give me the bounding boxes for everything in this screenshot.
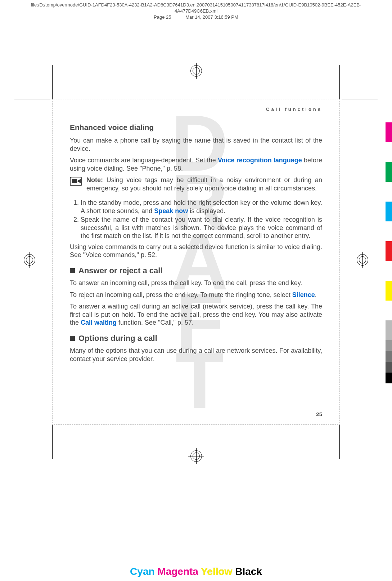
cmyk-footer: Cyan Magenta Yellow Black [0,566,392,577]
heading-answer-reject: Answer or reject a call [70,266,322,276]
crop-mark [339,65,340,99]
page-number: 25 [316,411,322,417]
registration-mark-icon [355,252,370,268]
heading-options-during-call: Options during a call [70,333,322,343]
list-item: Speak the name of the contact you want t… [81,216,322,240]
render-timestamp: Mar 14, 2007 3:16:59 PM [185,14,238,20]
square-bullet-icon [70,336,75,341]
cyan-label: Cyan [130,566,154,577]
list-item: In the standby mode, press and hold the … [81,199,322,215]
running-header: Call functions [70,107,322,112]
body-text: To answer an incoming call, press the ca… [70,279,322,287]
registration-mark-icon [188,448,204,464]
crop-mark [339,425,340,459]
black-label: Black [235,566,262,577]
body-text: You can make a phone call by saying the … [70,136,322,153]
yellow-label: Yellow [201,566,232,577]
numbered-steps: In the standby mode, press and hold the … [70,199,322,240]
page-box: DRAFT Call functions Enhanced voice dial… [52,99,340,425]
registration-mark-icon [188,63,204,79]
ui-term: Voice recognition language [218,157,302,164]
registration-mark-icon [22,252,37,268]
page-label: Page 25 [154,14,171,20]
ui-term: Speak now [154,207,188,215]
crop-mark [342,425,378,425]
square-bullet-icon [70,268,75,273]
heading-enhanced-voice-dialing: Enhanced voice dialing [70,123,322,132]
body-text: Using voice commands to carry out a sele… [70,243,322,259]
ui-term: Call waiting [81,319,117,326]
crop-mark [52,65,53,99]
svg-rect-1 [72,179,77,183]
magenta-label: Magenta [157,566,198,577]
crop-mark [52,425,53,459]
note-icon [70,177,82,186]
note-text: Note: Using voice tags may be difficult … [86,176,322,192]
file-path: file:/D:/temp/overmode/GUID-1AFD4F23-530… [14,2,378,14]
color-bar [386,122,392,383]
ui-term: Silence [292,291,315,298]
body-text: Voice commands are language-dependent. S… [70,156,322,172]
crop-mark [14,99,50,99]
crop-mark [342,99,378,99]
crop-mark [14,425,50,425]
note-block: Note: Using voice tags may be difficult … [70,176,322,196]
body-text: To answer a waiting call during an activ… [70,302,322,327]
file-header: file:/D:/temp/overmode/GUID-1AFD4F23-530… [0,0,392,21]
body-text: Many of the options that you can use dur… [70,347,322,363]
body-text: To reject an incoming call, press the en… [70,291,322,299]
